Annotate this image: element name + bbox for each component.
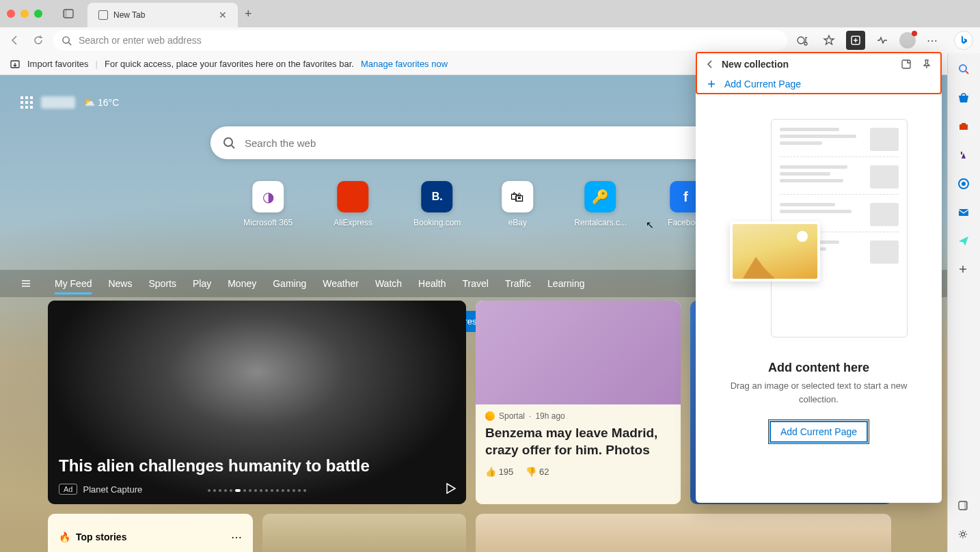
app-launcher-icon[interactable] [21,96,33,109]
tab-favicon [98,10,108,20]
site-microsoft365[interactable]: ◑Microsoft 365 [243,181,292,227]
nav-gaming[interactable]: Gaming [273,273,306,294]
nav-traffic[interactable]: Traffic [505,273,531,294]
hero-card[interactable]: This alien challenges humanity to battle… [48,301,466,504]
outlook-icon[interactable] [957,206,971,220]
favorites-tip: For quick access, place your favorites h… [105,59,354,69]
story-card[interactable] [262,514,466,552]
site-aliexpress[interactable]: AliExpress [334,181,372,227]
site-rentalcars[interactable]: 🔑Rentalcars.c... [574,181,627,227]
add-tool-icon[interactable] [957,264,971,277]
empty-illustration [730,119,908,344]
add-current-page-button[interactable]: Add Current Page [770,421,868,443]
tab-close-icon[interactable]: ✕ [219,10,227,20]
shopping-icon[interactable] [957,92,971,105]
health-icon[interactable] [873,31,891,49]
carousel-dots[interactable] [208,489,306,492]
edge-sidebar [947,53,980,552]
story-card[interactable] [476,514,891,552]
site-booking[interactable]: B.Booking.com [413,181,461,227]
news-time: 19h ago [535,411,564,421]
profile-avatar[interactable] [899,32,916,49]
nav-learning[interactable]: Learning [547,273,585,294]
tools-icon[interactable] [957,120,971,134]
weather-temp: 16°C [98,97,119,108]
svg-point-3 [798,37,804,44]
hero-source: Planet Capture [83,484,142,495]
menu-icon[interactable]: ⋯ [924,31,940,50]
sidebar-toggle-icon[interactable] [957,500,971,514]
web-search-box[interactable] [210,126,737,159]
nav-sports[interactable]: Sports [148,273,176,294]
source-icon [485,411,495,421]
add-current-page-link[interactable]: Add Current Page [696,77,942,92]
toolbar: Search or enter web address ⋯ [0,27,980,53]
nav-travel[interactable]: Travel [463,273,489,294]
bing-icon[interactable] [954,31,973,50]
import-favorites-icon[interactable] [10,59,21,70]
nav-health[interactable]: Health [418,273,446,294]
new-tab-button[interactable]: + [245,7,252,21]
send-icon[interactable] [957,235,971,249]
like-button[interactable]: 👍 195 [485,467,513,477]
nav-weather[interactable]: Weather [323,273,359,294]
hero-headline: This alien challenges humanity to battle [59,456,370,475]
minimize-window[interactable] [21,10,29,18]
cursor-icon: ↖ [646,219,654,230]
weather-widget[interactable]: ⛅ 16°C [83,97,119,108]
browser-tab[interactable]: New Tab ✕ [87,3,238,27]
sidebar-search-icon[interactable] [957,63,971,77]
svg-point-2 [63,36,69,42]
nav-play[interactable]: Play [193,273,211,294]
sidebar-settings-icon[interactable] [957,529,971,542]
weather-icon: ⛅ [83,97,95,108]
favorites-icon[interactable] [820,31,838,49]
nav-money[interactable]: Money [228,273,256,294]
title-bar: New Tab ✕ + [0,0,980,27]
tab-actions-icon[interactable] [63,8,74,19]
collections-icon[interactable] [846,31,865,50]
tab-title: New Tab [113,10,213,20]
toolbar-actions: ⋯ [794,31,973,50]
nav-news[interactable]: News [108,273,132,294]
nav-watch[interactable]: Watch [375,273,402,294]
svg-point-8 [224,138,232,146]
back-button[interactable] [7,32,23,49]
manage-favorites-link[interactable]: Manage favorites now [361,59,448,69]
svg-rect-12 [962,123,966,125]
play-icon[interactable] [444,482,457,495]
pin-icon[interactable] [921,59,932,70]
svg-point-18 [961,533,964,536]
svg-point-10 [959,65,966,72]
note-icon[interactable] [901,59,912,70]
blurred-logo [41,96,75,109]
dislike-button[interactable]: 👎 62 [526,467,549,477]
more-icon[interactable]: ⋯ [231,531,242,544]
import-favorites-label[interactable]: Import favorites [27,59,89,69]
news-headline: Benzema may leave Madrid, crazy offer fo… [485,425,671,458]
maximize-window[interactable] [34,10,42,18]
read-aloud-icon[interactable] [794,31,812,49]
top-sites: ◑Microsoft 365 AliExpress B.Booking.com … [243,181,704,227]
address-bar[interactable]: Search or enter web address [53,30,787,51]
svg-rect-1 [64,10,67,18]
office-icon[interactable] [957,178,971,191]
fire-icon: 🔥 [59,532,70,542]
web-search-input[interactable] [245,137,724,149]
feed-menu-icon[interactable] [21,278,31,289]
back-icon[interactable] [705,59,715,69]
site-ebay[interactable]: 🛍eBay [502,181,533,227]
news-image [476,301,681,404]
news-card[interactable]: Sportal · 19h ago Benzema may leave Madr… [476,301,681,504]
svg-rect-17 [964,501,967,510]
ad-badge: Ad [59,484,77,495]
collections-panel: New collection Add Current Page Add cont… [696,52,942,503]
nav-my-feed[interactable]: My Feed [55,273,92,294]
collection-title[interactable]: New collection [722,59,894,70]
games-icon[interactable] [957,149,971,163]
reload-button[interactable] [30,32,46,49]
svg-point-14 [962,182,966,186]
search-icon [223,137,235,149]
close-window[interactable] [7,10,15,18]
top-stories-card[interactable]: 🔥Top stories ⋯ [48,514,253,552]
